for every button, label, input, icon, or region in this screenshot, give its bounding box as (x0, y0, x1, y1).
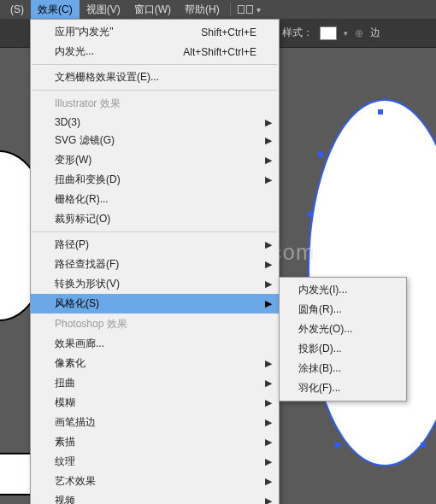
menu-view[interactable]: 视图(V) (80, 0, 127, 20)
menu-item-ai-1[interactable]: SVG 滤镜(G)▶ (31, 131, 279, 150)
submenu-item-4[interactable]: 涂抹(B)... (280, 359, 406, 378)
menu-help[interactable]: 帮助(H) (178, 0, 227, 20)
chevron-right-icon: ▶ (265, 174, 272, 185)
menu-item-ps-4[interactable]: 画笔描边▶ (31, 413, 279, 432)
menubar: (S) 效果(C) 视图(V) 窗口(W) 帮助(H) ▾ (0, 0, 436, 19)
menu-item-ps-0[interactable]: 效果画廊... (31, 334, 279, 354)
chevron-right-icon: ▶ (265, 358, 272, 369)
menu-separator (32, 231, 277, 232)
arrange-documents-icon[interactable]: ▾ (234, 5, 264, 15)
chevron-right-icon: ▶ (265, 378, 272, 389)
menu-item-ai-4[interactable]: 栅格化(R)... (31, 190, 279, 209)
chevron-right-icon: ▶ (265, 135, 272, 146)
menu-item-ps-1[interactable]: 像素化▶ (31, 354, 279, 373)
chevron-right-icon: ▶ (265, 259, 272, 270)
submenu-item-0[interactable]: 内发光(I)... (280, 280, 406, 300)
section-illustrator-effects: Illustrator 效果 (31, 93, 279, 114)
menu-apply-last[interactable]: 应用"内发光"Shift+Ctrl+E (31, 22, 279, 42)
section-photoshop-effects: Photoshop 效果 (31, 314, 279, 334)
menu-s[interactable]: (S) (3, 1, 31, 18)
submenu-item-1[interactable]: 圆角(R)... (280, 300, 406, 319)
chevron-right-icon: ▶ (265, 117, 272, 128)
menu-item-ps-8[interactable]: 视频▶ (31, 491, 279, 504)
globe-icon[interactable]: ⊕ (355, 27, 363, 39)
menu-item-ai-5[interactable]: 裁剪标记(O) (31, 209, 279, 229)
menu-window[interactable]: 窗口(W) (127, 0, 178, 20)
edge-label: 边 (370, 26, 380, 40)
menu-item-ai-9[interactable]: 风格化(S)▶ (31, 294, 279, 314)
menu-item-ps-2[interactable]: 扭曲▶ (31, 373, 279, 393)
menu-last-effect[interactable]: 内发光...Alt+Shift+Ctrl+E (31, 42, 279, 62)
effect-menu-dropdown: 应用"内发光"Shift+Ctrl+E 内发光...Alt+Shift+Ctrl… (30, 19, 280, 504)
menu-item-ps-7[interactable]: 艺术效果▶ (31, 472, 279, 491)
chevron-right-icon: ▶ (265, 397, 272, 408)
menu-raster-settings[interactable]: 文档栅格效果设置(E)... (31, 67, 279, 87)
submenu-item-3[interactable]: 投影(D)... (280, 339, 406, 359)
chevron-right-icon: ▶ (265, 417, 272, 428)
chevron-right-icon: ▶ (265, 298, 272, 309)
menu-effect[interactable]: 效果(C) (31, 0, 80, 20)
stylize-submenu: 内发光(I)...圆角(R)...外发光(O)...投影(D)...涂抹(B).… (279, 277, 407, 401)
chevron-right-icon: ▶ (265, 437, 272, 448)
style-label: 样式： (282, 26, 313, 40)
menu-item-ai-8[interactable]: 转换为形状(V)▶ (31, 274, 279, 294)
chevron-right-icon: ▶ (265, 278, 272, 290)
menubar-divider (230, 3, 231, 16)
chevron-right-icon: ▶ (265, 155, 272, 166)
style-swatch[interactable] (320, 26, 337, 40)
menu-item-ai-0[interactable]: 3D(3)▶ (31, 114, 279, 131)
style-dropdown-arrow[interactable]: ▾ (344, 29, 348, 38)
menu-item-ps-5[interactable]: 素描▶ (31, 432, 279, 452)
chevron-right-icon: ▶ (265, 456, 272, 467)
menu-separator (32, 90, 277, 91)
chevron-right-icon: ▶ (265, 239, 272, 250)
submenu-item-5[interactable]: 羽化(F)... (280, 378, 406, 398)
menu-item-ai-6[interactable]: 路径(P)▶ (31, 235, 279, 255)
menu-item-ai-3[interactable]: 扭曲和变换(D)▶ (31, 170, 279, 190)
menu-item-ps-3[interactable]: 模糊▶ (31, 393, 279, 413)
chevron-right-icon: ▶ (265, 495, 272, 504)
submenu-item-2[interactable]: 外发光(O)... (280, 319, 406, 339)
chevron-right-icon: ▶ (265, 476, 272, 487)
menu-separator (32, 64, 277, 65)
menu-item-ai-7[interactable]: 路径查找器(F)▶ (31, 255, 279, 274)
menu-item-ps-6[interactable]: 纹理▶ (31, 452, 279, 472)
menu-item-ai-2[interactable]: 变形(W)▶ (31, 150, 279, 170)
